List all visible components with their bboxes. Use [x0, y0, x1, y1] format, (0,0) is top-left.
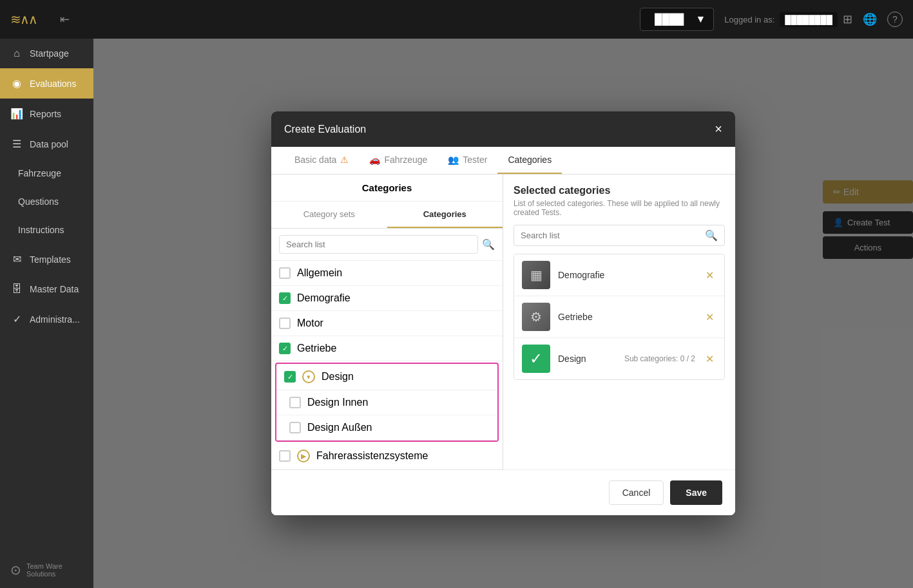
username-display: ████████ [780, 12, 838, 27]
list-item[interactable]: ▶ Fahrerassistenzsysteme [271, 443, 503, 469]
logo: ≋∧∧ [10, 12, 37, 27]
category-label: Getriebe [297, 343, 336, 354]
logged-in-label: Logged in as: [724, 15, 774, 24]
list-item: ▦ Demografie ✕ [514, 254, 724, 296]
thumbnail-icon: ✓ [530, 350, 543, 368]
create-evaluation-modal: Create Evaluation × Basic data ⚠ 🚗 Fahrz… [271, 111, 735, 515]
checkbox-design[interactable] [284, 371, 296, 383]
list-item[interactable]: Allgemein [271, 261, 503, 286]
tab-basic-data-label: Basic data [294, 155, 336, 165]
help-icon[interactable]: ? [887, 12, 903, 27]
globe-icon[interactable]: 🌐 [863, 12, 877, 26]
modal-tabs: Basic data ⚠ 🚗 Fahrzeuge 👥 Tester Catego… [271, 147, 735, 175]
selected-search-box: 🔍 [514, 225, 725, 246]
tab-tester[interactable]: 👥 Tester [437, 147, 497, 174]
search-icon: 🔍 [482, 238, 495, 251]
remove-getriebe-button[interactable]: ✕ [703, 308, 716, 326]
sidebar-item-questions[interactable]: Questions [0, 187, 93, 216]
tab-category-sets[interactable]: Category sets [271, 202, 387, 228]
list-item[interactable]: Demografie [271, 286, 503, 311]
thumbnail-icon: ⚙ [530, 309, 542, 325]
selected-item-label: Design [558, 354, 617, 364]
category-label: Motor [297, 318, 323, 329]
category-label: Design [322, 371, 354, 383]
list-item[interactable]: Design Innen [276, 390, 497, 415]
sidebar: ⌂ Startpage ◉ Evaluations 📊 Reports ☰ Da… [0, 39, 93, 588]
remove-design-button[interactable]: ✕ [703, 350, 716, 368]
thumbnail-icon: ▦ [530, 267, 543, 283]
datapool-icon: ☰ [10, 138, 23, 150]
sidebar-label-masterdata: Master Data [30, 284, 79, 294]
sidebar-item-masterdata[interactable]: 🗄 Master Data [0, 274, 93, 304]
sidebar-label-questions: Questions [18, 196, 59, 207]
save-button[interactable]: Save [670, 480, 722, 505]
list-item[interactable]: ▾ Design [276, 364, 497, 390]
design-expanded-section: ▾ Design Design Innen Design Außen [275, 363, 499, 442]
design-thumbnail: ✓ [522, 345, 550, 373]
logout-icon[interactable]: ⊞ [843, 12, 852, 26]
sidebar-item-evaluations[interactable]: ◉ Evaluations [0, 68, 93, 99]
modal-title: Create Evaluation [284, 124, 366, 135]
checkbox-motor[interactable] [279, 318, 291, 329]
modal-body: Categories Category sets Categories 🔍 [271, 175, 735, 469]
tester-tab-icon: 👥 [448, 155, 459, 165]
checkbox-demografie[interactable] [279, 292, 291, 304]
demografie-thumbnail: ▦ [522, 261, 550, 289]
tab-fahrzeuge-label: Fahrzeuge [384, 155, 427, 165]
workspace-label: ████ [648, 12, 690, 26]
collapse-sidebar-icon[interactable]: ⇤ [60, 12, 70, 26]
topbar: ≋∧∧ ⇤ ████ ▼ Logged in as: ████████ ⊞ 🌐 … [0, 0, 913, 39]
design-expander-icon[interactable]: ▾ [302, 370, 315, 383]
modal-close-button[interactable]: × [715, 122, 722, 137]
logged-in-info: Logged in as: ████████ ⊞ [724, 12, 852, 27]
masterdata-icon: 🗄 [10, 283, 23, 295]
sidebar-label-templates: Templates [30, 254, 71, 265]
category-label: Demografie [297, 292, 351, 304]
list-item[interactable]: Motor [271, 311, 503, 336]
list-item[interactable]: Getriebe [271, 336, 503, 361]
fahrerassistenzsysteme-expander-icon[interactable]: ▶ [297, 450, 310, 462]
tab-categories[interactable]: Categories [497, 147, 562, 174]
home-icon: ⌂ [10, 48, 23, 59]
sidebar-item-startpage[interactable]: ⌂ Startpage [0, 39, 93, 68]
selected-search-input[interactable] [521, 231, 705, 240]
sidebar-item-instructions[interactable]: Instructions [0, 216, 93, 244]
selected-item-label: Demografie [558, 270, 695, 280]
tab-basic-data[interactable]: Basic data ⚠ [284, 147, 359, 174]
sidebar-label-startpage: Startpage [30, 48, 69, 59]
tab-fahrzeuge[interactable]: 🚗 Fahrzeuge [359, 147, 437, 174]
selected-search-icon: 🔍 [705, 229, 718, 242]
sidebar-footer: ⊙ Team Ware Solutions [0, 552, 93, 588]
workspace-dropdown[interactable]: ████ ▼ [640, 8, 714, 31]
checkbox-getriebe[interactable] [279, 343, 291, 354]
sidebar-item-fahrzeuge[interactable]: Fahrzeuge [0, 159, 93, 187]
modal-overlay: Create Evaluation × Basic data ⚠ 🚗 Fahrz… [93, 39, 913, 588]
main-content: ✏ Edit 👤 Create Test Actions Create Eval… [93, 39, 913, 588]
modal-header: Create Evaluation × [271, 111, 735, 147]
sidebar-item-datapool[interactable]: ☰ Data pool [0, 129, 93, 159]
sidebar-footer-text: Team Ware Solutions [26, 562, 83, 578]
sidebar-item-reports[interactable]: 📊 Reports [0, 99, 93, 129]
checkbox-allgemein[interactable] [279, 267, 291, 279]
categories-left-panel: Categories Category sets Categories 🔍 [271, 175, 503, 469]
list-item[interactable]: Design Außen [276, 415, 497, 441]
sidebar-item-templates[interactable]: ✉ Templates [0, 244, 93, 274]
remove-demografie-button[interactable]: ✕ [703, 267, 716, 284]
checkbox-design-innen[interactable] [289, 397, 301, 408]
cancel-button[interactable]: Cancel [609, 480, 664, 505]
list-item: ✓ Design Sub categories: 0 / 2 ✕ [514, 338, 724, 379]
category-label: Fahrerassistenzsysteme [316, 450, 428, 462]
category-search-box: 🔍 [271, 229, 503, 261]
checkbox-fahrerassistenzsysteme[interactable] [279, 450, 291, 462]
sidebar-label-reports: Reports [30, 109, 61, 119]
selected-subtitle: List of selected categories. These will … [514, 199, 725, 217]
tab-categories-sub[interactable]: Categories [387, 202, 503, 228]
category-search-input[interactable] [279, 235, 478, 254]
sidebar-item-administration[interactable]: ✓ Administra... [0, 304, 93, 334]
fahrzeuge-tab-icon: 🚗 [369, 155, 380, 165]
reports-icon: 📊 [10, 108, 23, 120]
logo-icon: ≋∧∧ [10, 12, 37, 27]
checkbox-design-aussen[interactable] [289, 422, 301, 433]
sidebar-label-datapool: Data pool [30, 139, 68, 149]
warning-icon: ⚠ [340, 155, 349, 165]
